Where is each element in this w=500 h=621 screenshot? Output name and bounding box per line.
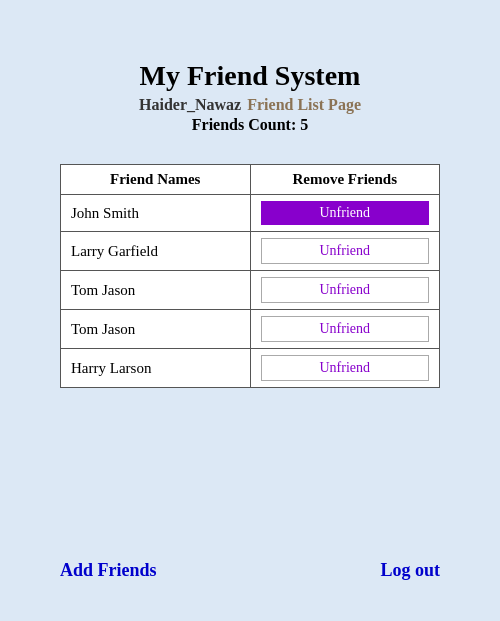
friend-action-cell: Unfriend bbox=[250, 232, 440, 271]
friend-name-cell: Tom Jason bbox=[61, 271, 251, 310]
friend-action-cell: Unfriend bbox=[250, 349, 440, 388]
page-title: My Friend System bbox=[140, 60, 361, 92]
friend-action-cell: Unfriend bbox=[250, 271, 440, 310]
friend-name-cell: John Smith bbox=[61, 195, 251, 232]
unfriend-button[interactable]: Unfriend bbox=[261, 201, 430, 225]
unfriend-button[interactable]: Unfriend bbox=[261, 355, 430, 381]
table-row: Larry GarfieldUnfriend bbox=[61, 232, 440, 271]
bottom-navigation: Add Friends Log out bbox=[0, 560, 500, 581]
friend-list-label: Friend List Page bbox=[247, 96, 361, 114]
col-header-remove: Remove Friends bbox=[250, 165, 440, 195]
username-label: Haider_Nawaz bbox=[139, 96, 241, 114]
col-header-names: Friend Names bbox=[61, 165, 251, 195]
table-row: Harry LarsonUnfriend bbox=[61, 349, 440, 388]
friend-name-cell: Tom Jason bbox=[61, 310, 251, 349]
friend-action-cell: Unfriend bbox=[250, 310, 440, 349]
unfriend-button[interactable]: Unfriend bbox=[261, 277, 430, 303]
friends-table: Friend Names Remove Friends John SmithUn… bbox=[60, 164, 440, 388]
friends-count: Friends Count: 5 bbox=[192, 116, 308, 134]
unfriend-button[interactable]: Unfriend bbox=[261, 316, 430, 342]
table-row: Tom JasonUnfriend bbox=[61, 310, 440, 349]
table-row: John SmithUnfriend bbox=[61, 195, 440, 232]
log-out-link[interactable]: Log out bbox=[380, 560, 440, 581]
unfriend-button[interactable]: Unfriend bbox=[261, 238, 430, 264]
friend-name-cell: Harry Larson bbox=[61, 349, 251, 388]
friend-name-cell: Larry Garfield bbox=[61, 232, 251, 271]
friend-action-cell: Unfriend bbox=[250, 195, 440, 232]
table-row: Tom JasonUnfriend bbox=[61, 271, 440, 310]
add-friends-link[interactable]: Add Friends bbox=[60, 560, 157, 581]
